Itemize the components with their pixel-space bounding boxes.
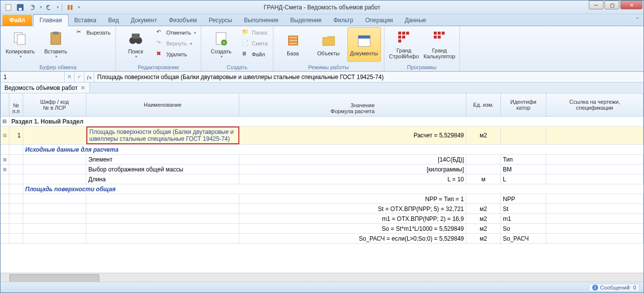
table-row[interactable]: Длина L = 10 м L <box>0 174 644 184</box>
messages-badge[interactable]: i Сообщений: 0 <box>589 284 640 292</box>
tab-main[interactable]: Главная <box>33 14 69 26</box>
tab-operations[interactable]: Операции <box>359 15 399 26</box>
cut-button[interactable]: ✂ Вырезать <box>75 27 113 38</box>
svg-rect-27 <box>434 32 437 35</box>
estimate-icon: 📄 <box>242 40 250 47</box>
undo-icon[interactable] <box>27 2 37 12</box>
parameters-icon[interactable] <box>65 2 75 12</box>
tab-document[interactable]: Документ <box>125 15 163 26</box>
grid: № п.п Шифр / код № в ЛСР Наименование Зн… <box>0 93 644 282</box>
table-row[interactable]: ⊟ 1 Площадь поверхности общая (Балки дву… <box>0 126 644 145</box>
folder-button[interactable]: 📁Папка <box>240 27 269 38</box>
group-clipboard: Копировать ▾ Вставить ▾ ✂ Вырезать Буфер… <box>0 26 116 71</box>
folder-icon: 📁 <box>242 29 250 37</box>
redo-button[interactable]: ↷Вернуть▾ <box>154 38 198 49</box>
info-icon: i <box>592 285 598 291</box>
tab-resources[interactable]: Ресурсы <box>203 15 238 26</box>
expand-icon[interactable]: ⊞ <box>3 167 7 172</box>
svg-rect-22 <box>402 32 405 35</box>
cancel-edit-button[interactable]: ✕ <box>65 72 75 82</box>
document-tab[interactable]: Ведомость объемов работ ✕ <box>0 83 90 93</box>
scissors-icon: ✂ <box>76 29 84 37</box>
table-row[interactable]: St = ОТХ.ВПР(NPP; 5) = 32,721 м2 St <box>0 204 644 214</box>
quick-access-toolbar: ▾ ▾ ▾ <box>0 2 80 12</box>
horizontal-scrollbar[interactable] <box>0 273 644 282</box>
estimate-button[interactable]: 📄Смета <box>240 38 269 49</box>
window-title: ГРАНД-Смета - Ведомость объемов работ <box>264 4 380 11</box>
subsection-row[interactable]: Исходные данные для расчета <box>0 145 644 155</box>
close-tab-icon[interactable]: ✕ <box>80 84 85 91</box>
formula-input[interactable]: Площадь поверхности общая (Балки двутавр… <box>94 74 644 81</box>
col-name[interactable]: Наименование <box>86 93 239 116</box>
base-button[interactable]: База <box>276 27 310 62</box>
tab-physvolume[interactable]: Физобъем <box>163 15 203 26</box>
col-ref[interactable]: Ссылка на чертежи, спецификации <box>546 93 644 116</box>
ribbon-collapse-icon[interactable]: ⌃ <box>635 16 640 23</box>
collapse-icon[interactable]: ⊟ <box>3 133 7 138</box>
grid-icon-2 <box>432 30 448 45</box>
col-num[interactable]: № п.п <box>9 93 23 116</box>
delete-button[interactable]: ✖Удалить <box>154 49 198 60</box>
expand-icon[interactable]: ⊞ <box>3 157 7 162</box>
redo-arrow-icon: ↷ <box>156 40 164 47</box>
collapse-icon[interactable]: ⊟ <box>2 119 7 124</box>
col-id[interactable]: Идентифи катор <box>501 93 546 116</box>
table-row[interactable]: ⊞ Выбор отображения общей массы [килогра… <box>0 165 644 174</box>
tab-execution[interactable]: Выполнение <box>238 15 284 26</box>
create-button[interactable]: + Создать ▾ <box>204 27 238 62</box>
table-row[interactable]: ⊞ Элемент [14С(БД)] Тип <box>0 155 644 165</box>
tab-data[interactable]: Данные <box>399 15 432 26</box>
copy-button[interactable]: Копировать ▾ <box>3 27 37 62</box>
tab-selection[interactable]: Выделение <box>284 15 328 26</box>
group-modes: База Объекты Документы Режимы работы <box>273 26 384 71</box>
table-row[interactable]: NPP = Тип = 1 NPP <box>0 194 644 204</box>
table-row[interactable]: So_РАСЧ = если(L>0;So;0) = 5,529849 м2 S… <box>0 234 644 244</box>
minimize-button[interactable]: ─ <box>589 0 604 9</box>
paste-icon <box>48 31 64 46</box>
paste-button[interactable]: Вставить ▾ <box>39 27 73 62</box>
confirm-edit-button[interactable]: ✓ <box>75 72 84 82</box>
selected-cell[interactable]: Площадь поверхности общая (Балки двутавр… <box>86 126 239 144</box>
redo-icon[interactable] <box>44 2 54 12</box>
calc-button[interactable]: Гранд Калькулятор <box>423 27 456 62</box>
qat-customize[interactable]: ▾ <box>78 5 80 9</box>
col-code[interactable]: Шифр / код № в ЛСР <box>23 93 86 116</box>
calendar-icon <box>356 33 372 48</box>
redo-dropdown[interactable]: ▾ <box>57 5 59 9</box>
search-button[interactable]: Поиск ▾ <box>119 27 152 62</box>
section-row[interactable]: ⊟ Раздел 1. Новый Раздел <box>0 117 644 126</box>
grid-icon <box>396 30 412 45</box>
svg-rect-3 <box>68 5 70 10</box>
svg-rect-17 <box>289 40 297 42</box>
col-unit[interactable]: Ед. изм. <box>466 93 501 116</box>
undo-dropdown[interactable]: ▾ <box>40 5 42 9</box>
table-row[interactable]: m1 = ОТХ.ВПР(NPP; 2) = 16,9 м2 m1 <box>0 214 644 224</box>
tab-insert[interactable]: Вставка <box>69 15 103 26</box>
document-tab-label: Ведомость объемов работ <box>4 84 77 91</box>
svg-rect-31 <box>438 36 441 39</box>
undo-arrow-icon: ↶ <box>156 29 164 37</box>
subsection-row[interactable]: Площадь поверхности общая <box>0 184 644 194</box>
tab-view[interactable]: Вид <box>102 15 125 26</box>
undo-button[interactable]: ↶Отменить▾ <box>154 27 198 38</box>
save-icon[interactable] <box>15 2 25 12</box>
tab-filter[interactable]: Фильтр <box>328 15 359 26</box>
col-value[interactable]: Значение Формула расчета <box>239 93 466 116</box>
new-icon[interactable] <box>3 2 13 12</box>
copy-icon <box>12 31 28 46</box>
group-label-editing: Редактирование <box>119 63 198 71</box>
titlebar: ▾ ▾ ▾ ГРАНД-Смета - Ведомость объемов ра… <box>0 0 644 14</box>
table-row[interactable]: So = St*m1*L/1000 = 5,529849 м2 So <box>0 224 644 234</box>
fx-button[interactable]: ƒx <box>84 72 94 82</box>
objects-button[interactable]: Объекты <box>312 27 345 62</box>
svg-rect-18 <box>289 42 297 44</box>
documents-button[interactable]: Документы <box>347 27 381 62</box>
cell-reference[interactable]: 1 <box>0 72 65 82</box>
maximize-button[interactable]: ▢ <box>605 0 619 9</box>
grid-body[interactable]: ⊟ Раздел 1. Новый Раздел ⊟ 1 Площадь пов… <box>0 117 644 273</box>
close-button[interactable]: ✕ <box>620 0 643 9</box>
stroyinfo-button[interactable]: Гранд СтройИнфо <box>387 27 421 62</box>
file-button[interactable]: 🗎Файл <box>240 49 269 60</box>
svg-rect-21 <box>398 32 401 35</box>
file-tab[interactable]: Файл <box>2 15 32 26</box>
